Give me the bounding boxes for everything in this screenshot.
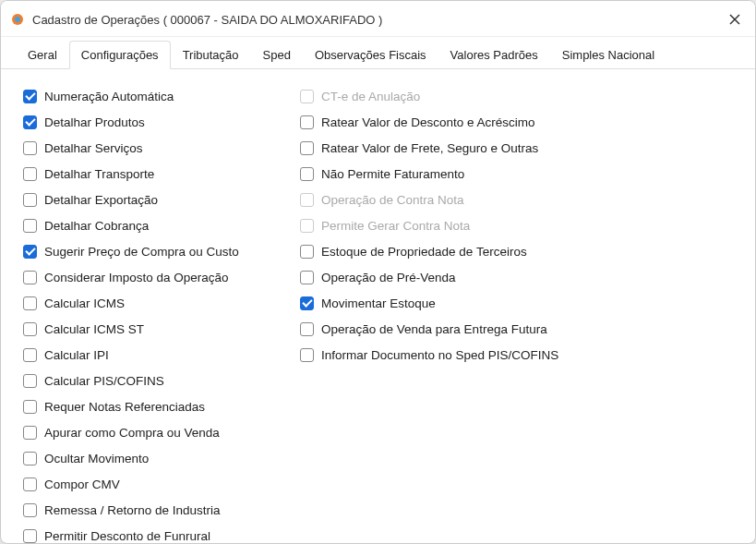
tab-geral[interactable]: Geral [16, 41, 69, 68]
checkbox-mov-estoque[interactable] [300, 296, 314, 310]
left-column: Numeração Automática Detalhar Produtos D… [23, 86, 300, 544]
label-calcular-icms: Calcular ICMS [44, 296, 125, 310]
checkbox-op-prevenda[interactable] [300, 271, 314, 284]
checkbox-detalhar-produtos[interactable] [23, 115, 37, 129]
label-requer-notas: Requer Notas Referenciadas [44, 400, 205, 414]
label-permite-contra: Permite Gerar Contra Nota [321, 219, 470, 233]
checkbox-op-contra-nota [300, 193, 314, 207]
label-cte-anulacao: CT-e de Anulação [321, 90, 420, 103]
checkbox-informar-sped[interactable] [300, 348, 314, 362]
tab-configuracoes[interactable]: Configurações [69, 41, 171, 69]
label-mov-estoque: Movimentar Estoque [321, 296, 436, 310]
checkbox-calcular-icms[interactable] [23, 296, 37, 310]
checkbox-calcular-icms-st[interactable] [23, 322, 37, 336]
checkbox-detalhar-servicos[interactable] [23, 141, 37, 155]
label-apurar-compra: Apurar como Compra ou Venda [44, 426, 220, 440]
app-icon [10, 12, 25, 27]
label-op-entrega-futura: Operação de Venda para Entrega Futura [321, 322, 547, 336]
tab-valores[interactable]: Valores Padrões [438, 41, 550, 68]
checkbox-calcular-pis[interactable] [23, 374, 37, 388]
checkbox-ratear-desconto[interactable] [300, 115, 314, 129]
checkbox-considerar-imposto[interactable] [23, 271, 37, 284]
checkbox-op-entrega-futura[interactable] [300, 322, 314, 336]
label-estoque-terceiros: Estoque de Propriedade de Terceiros [321, 245, 527, 259]
checkbox-permitir-desconto[interactable] [23, 529, 37, 543]
checkbox-detalhar-transporte[interactable] [23, 167, 37, 181]
right-column: CT-e de Anulação Ratear Valor de Descont… [300, 86, 733, 544]
checkbox-remessa[interactable] [23, 503, 37, 517]
tab-sped[interactable]: Sped [251, 41, 303, 68]
tab-bar: Geral Configurações Tributação Sped Obse… [1, 37, 755, 69]
checkbox-detalhar-cobranca[interactable] [23, 219, 37, 233]
label-compor-cmv: Compor CMV [44, 478, 120, 491]
label-detalhar-servicos: Detalhar Serviços [44, 141, 143, 155]
label-remessa: Remessa / Retorno de Industria [44, 503, 221, 517]
checkbox-nao-faturamento[interactable] [300, 167, 314, 181]
label-numeracao: Numeração Automática [44, 90, 174, 103]
checkbox-requer-notas[interactable] [23, 400, 37, 414]
checkbox-sugerir-preco[interactable] [23, 245, 37, 259]
label-nao-faturamento: Não Permite Faturamento [321, 167, 464, 181]
content-area: Numeração Automática Detalhar Produtos D… [1, 69, 755, 544]
checkbox-ratear-frete[interactable] [300, 141, 314, 155]
label-detalhar-transporte: Detalhar Transporte [44, 167, 154, 181]
checkbox-numeracao[interactable] [23, 90, 37, 103]
label-sugerir-preco: Sugerir Preço de Compra ou Custo [44, 245, 239, 259]
label-calcular-pis: Calcular PIS/COFINS [44, 374, 164, 388]
checkbox-compor-cmv[interactable] [23, 478, 37, 491]
tab-tributacao[interactable]: Tributação [171, 41, 251, 68]
checkbox-ocultar-mov[interactable] [23, 452, 37, 465]
close-icon[interactable] [724, 8, 746, 30]
checkbox-apurar-compra[interactable] [23, 426, 37, 440]
label-ocultar-mov: Ocultar Movimento [44, 452, 149, 465]
checkbox-calcular-ipi[interactable] [23, 348, 37, 362]
label-detalhar-exportacao: Detalhar Exportação [44, 193, 158, 207]
checkbox-detalhar-exportacao[interactable] [23, 193, 37, 207]
label-informar-sped: Informar Documento no Sped PIS/COFINS [321, 348, 558, 362]
label-op-contra-nota: Operação de Contra Nota [321, 193, 464, 207]
label-considerar-imposto: Considerar Imposto da Operação [44, 271, 229, 284]
svg-point-1 [15, 17, 20, 22]
label-ratear-frete: Ratear Valor de Frete, Seguro e Outras [321, 141, 538, 155]
window-title: Cadastro de Operações ( 000067 - SAIDA D… [32, 13, 724, 27]
label-detalhar-cobranca: Detalhar Cobrança [44, 219, 149, 233]
checkbox-cte-anulacao [300, 90, 314, 103]
titlebar: Cadastro de Operações ( 000067 - SAIDA D… [1, 1, 755, 37]
label-calcular-icms-st: Calcular ICMS ST [44, 322, 144, 336]
label-calcular-ipi: Calcular IPI [44, 348, 109, 362]
operations-window: Cadastro de Operações ( 000067 - SAIDA D… [0, 0, 756, 544]
tab-simples[interactable]: Simples Nacional [550, 41, 666, 68]
label-ratear-desconto: Ratear Valor de Desconto e Acréscimo [321, 115, 535, 129]
checkbox-estoque-terceiros[interactable] [300, 245, 314, 259]
label-op-prevenda: Operação de Pré-Venda [321, 271, 456, 284]
tab-observacoes[interactable]: Observações Fiscais [303, 41, 438, 68]
label-detalhar-produtos: Detalhar Produtos [44, 115, 145, 129]
checkbox-permite-contra [300, 219, 314, 233]
label-permitir-desconto: Permitir Desconto de Funrural [44, 529, 210, 543]
